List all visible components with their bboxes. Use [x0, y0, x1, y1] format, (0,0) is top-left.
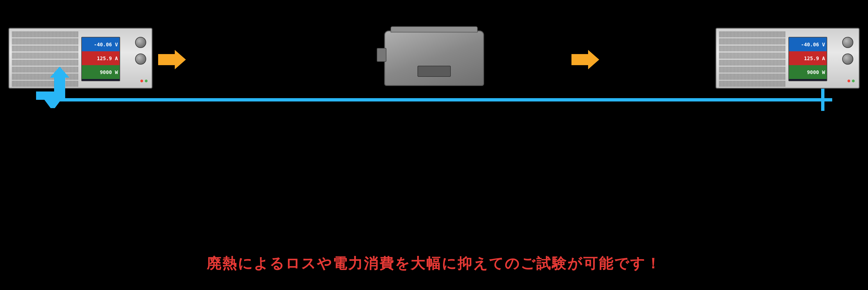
battery-connector	[377, 48, 386, 62]
psu-right-led-red	[847, 79, 850, 82]
psu-left-leds	[141, 79, 148, 82]
caption: 廃熱によるロスや電力消費を大幅に抑えてのご試験が可能です！	[0, 254, 868, 273]
feedback-vertical-right	[821, 89, 825, 112]
psu-right-knob-2	[842, 54, 853, 65]
svg-marker-6	[50, 67, 69, 100]
psu-right-current: 125.9 A	[789, 51, 827, 65]
psu-left-display: -40.06 V 125.9 A 9000 W	[81, 37, 120, 81]
psu-left-led-red	[141, 79, 143, 82]
psu-right-power: 9000 W	[789, 65, 827, 79]
psu-left-current: 125.9 A	[82, 51, 120, 65]
psu-left-voltage: -40.06 V	[82, 37, 120, 51]
psu-right-vents	[719, 31, 785, 87]
feedback-line	[36, 92, 832, 108]
psu-left-knobs	[135, 37, 146, 65]
feedback-arrow-up	[49, 67, 71, 101]
psu-left-knob-2	[135, 54, 146, 65]
psu-left-power: 9000 W	[82, 65, 120, 79]
psu-left-knob-1	[135, 37, 146, 48]
psu-right-display: -40.06 V 125.9 A 9000 W	[788, 37, 827, 81]
psu-right-led-green	[852, 79, 855, 82]
arrow-left-yellow	[158, 49, 186, 72]
psu-right: -40.06 V 125.9 A 9000 W	[715, 28, 860, 89]
psu-right-knobs	[842, 37, 853, 65]
scene: -40.06 V 125.9 A 9000 W -40.06 V 125.9 A	[0, 0, 868, 290]
battery-dut	[384, 31, 484, 86]
svg-marker-0	[158, 50, 186, 69]
arrow-right-yellow	[571, 49, 599, 72]
psu-right-knob-1	[842, 37, 853, 48]
svg-marker-1	[571, 50, 599, 69]
psu-left: -40.06 V 125.9 A 9000 W	[8, 28, 153, 89]
battery-screen	[417, 66, 451, 77]
psu-right-leds	[847, 79, 855, 82]
psu-left-led-green	[145, 79, 148, 82]
battery-top-ridge	[391, 26, 478, 32]
psu-right-voltage: -40.06 V	[789, 37, 827, 51]
